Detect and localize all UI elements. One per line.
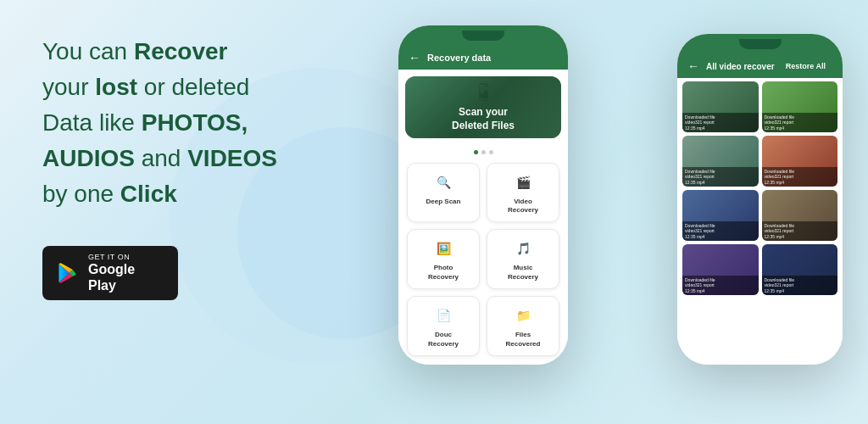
video-grid: Downloaded filevideo321 report12:35 mp4 …	[677, 78, 843, 298]
headline-normal-2: your	[42, 74, 95, 100]
files-recovered-icon: 📁	[511, 304, 535, 327]
back-arrow-right[interactable]: ←	[687, 59, 699, 73]
files-recovered-label: FilesRecovered	[506, 331, 541, 349]
deep-scan-label: Deep Scan	[426, 198, 461, 206]
headline-line1: You can Recover	[42, 34, 331, 70]
content-wrapper: You can Recover your lost or deleted Dat…	[0, 0, 868, 424]
right-section: ← Recovery data 📱 Scan your Deleted File…	[356, 0, 868, 424]
thumb-info-2: Downloaded filevideo321 report12:35 mp4	[762, 113, 838, 133]
menu-item-music-recovery[interactable]: 🎵 MusicRecovery	[487, 229, 559, 289]
thumb-info-8: Downloaded filevideo321 report12:35 mp4	[762, 276, 838, 296]
video-thumb-8[interactable]: Downloaded filevideo321 report12:35 mp4	[762, 244, 838, 295]
thumb-info-6: Downloaded filevideo321 report12:35 mp4	[762, 221, 838, 242]
headline-bold-photos: PHOTOS,	[142, 109, 248, 136]
headline-bold-click: Click	[120, 181, 177, 207]
thumb-info-1: Downloaded filevideo321 report12:35 mp4	[682, 113, 759, 133]
left-phone-header: ← Recovery data	[398, 46, 568, 70]
thumb-info-7: Downloaded filevideo321 report12:35 mp4	[682, 276, 759, 296]
thumb-text-8: Downloaded filevideo321 report12:35 mp4	[765, 277, 836, 294]
headline-line3: Data like PHOTOS,	[42, 105, 331, 141]
deep-scan-icon: 🔍	[431, 170, 455, 194]
left-phone-status	[398, 25, 568, 46]
music-recovery-label: MusicRecovery	[508, 264, 538, 282]
video-recovery-icon: 🎬	[511, 170, 535, 194]
hero-text-line2: Deleted Files	[452, 119, 515, 133]
dot-1	[474, 150, 478, 154]
phone-notch	[462, 31, 504, 41]
thumb-info-5: Downloaded filevideo321 report12:35 mp4	[682, 221, 759, 242]
headline-bold-lost: lost	[95, 74, 137, 100]
doc-recovery-icon: 📄	[431, 304, 455, 327]
video-thumb-7[interactable]: Downloaded filevideo321 report12:35 mp4	[682, 244, 759, 295]
video-thumb-5[interactable]: Downloaded filevideo321 report12:35 mp4	[682, 190, 759, 241]
thumb-text-3: Downloaded filevideo321 report12:35 mp4	[685, 169, 756, 186]
headline-normal-4: Data like	[42, 109, 142, 136]
photo-recovery-label: PhotoRecovery	[428, 264, 459, 282]
thumb-bg-6: Downloaded filevideo321 report12:35 mp4	[762, 190, 838, 241]
headline-normal-1: You can	[42, 38, 134, 64]
headline-line4: AUDIOS and VIDEOS	[42, 141, 331, 176]
video-thumb-4[interactable]: Downloaded filevideo321 report12:35 mp4	[762, 136, 838, 187]
headline: You can Recover your lost or deleted Dat…	[42, 34, 331, 212]
thumb-info-3: Downloaded filevideo321 report12:35 mp4	[682, 167, 759, 187]
thumb-text-5: Downloaded filevideo321 report12:35 mp4	[685, 223, 756, 240]
thumb-text-6: Downloaded filevideo321 report12:35 mp4	[765, 223, 836, 240]
thumb-text-4: Downloaded filevideo321 report12:35 mp4	[765, 169, 836, 186]
thumb-bg-8: Downloaded filevideo321 report12:35 mp4	[762, 244, 838, 295]
headline-normal-3: or deleted	[137, 74, 249, 100]
video-thumb-2[interactable]: Downloaded filevideo321 report12:35 mp4	[762, 81, 838, 132]
thumb-bg-5: Downloaded filevideo321 report12:35 mp4	[682, 190, 759, 241]
hero-text: Scan your Deleted Files	[452, 105, 515, 134]
menu-grid: 🔍 Deep Scan 🎬 VideoRecovery 🖼️ PhotoReco…	[398, 159, 568, 365]
google-play-icon	[56, 261, 80, 285]
dot-3	[489, 150, 493, 154]
right-phone-inner: ← All video recover Restore All Download…	[677, 34, 843, 365]
thumb-text-1: Downloaded filevideo321 report12:35 mp4	[685, 114, 756, 131]
headline-bold-audios: AUDIOS	[42, 145, 135, 171]
video-thumb-6[interactable]: Downloaded filevideo321 report12:35 mp4	[762, 190, 838, 241]
headline-bold-recover: Recover	[134, 38, 228, 64]
restore-all-button[interactable]: Restore All	[779, 59, 832, 73]
dots-indicator	[398, 145, 568, 159]
thumb-text-2: Downloaded filevideo321 report12:35 mp4	[765, 114, 836, 131]
headline-normal-6: by one	[42, 181, 120, 207]
left-phone-title: Recovery data	[427, 53, 491, 63]
right-phone: ← All video recover Restore All Download…	[677, 34, 843, 365]
badge-google-play: Google Play	[88, 261, 164, 293]
thumb-bg-4: Downloaded filevideo321 report12:35 mp4	[762, 136, 838, 187]
thumb-text-7: Downloaded filevideo321 report12:35 mp4	[685, 277, 756, 294]
hero-banner: 📱 Scan your Deleted Files	[405, 76, 561, 138]
music-recovery-icon: 🎵	[511, 237, 535, 260]
dot-2	[481, 150, 486, 154]
right-phone-notch	[739, 39, 782, 49]
menu-item-video-recovery[interactable]: 🎬 VideoRecovery	[487, 163, 559, 223]
menu-item-doc-recovery[interactable]: 📄 DoucRecovery	[407, 296, 480, 356]
header-left: ← All video recover	[687, 59, 775, 73]
headline-normal-5: and	[135, 145, 187, 171]
back-arrow-left[interactable]: ←	[409, 51, 420, 64]
headline-bold-videos: VIDEOS	[187, 145, 277, 171]
right-phone-content: Downloaded filevideo321 report12:35 mp4 …	[677, 78, 843, 365]
right-phone-title: All video recover	[706, 62, 775, 71]
thumb-bg-3: Downloaded filevideo321 report12:35 mp4	[682, 136, 759, 187]
left-section: You can Recover your lost or deleted Dat…	[0, 0, 356, 424]
headline-line2: your lost or deleted	[42, 70, 331, 105]
google-play-badge[interactable]: GET IT ON Google Play	[42, 246, 178, 300]
menu-item-deep-scan[interactable]: 🔍 Deep Scan	[407, 163, 480, 223]
hero-text-line1: Scan your	[452, 105, 515, 120]
badge-text: GET IT ON Google Play	[88, 253, 164, 293]
menu-item-files-recovered[interactable]: 📁 FilesRecovered	[487, 296, 559, 356]
left-phone: ← Recovery data 📱 Scan your Deleted File…	[398, 25, 568, 365]
thumb-bg-7: Downloaded filevideo321 report12:35 mp4	[682, 244, 759, 295]
thumb-info-4: Downloaded filevideo321 report12:35 mp4	[762, 167, 838, 187]
menu-item-photo-recovery[interactable]: 🖼️ PhotoRecovery	[407, 229, 480, 289]
video-recovery-label: VideoRecovery	[508, 198, 538, 215]
headline-line5: by one Click	[42, 176, 331, 212]
left-phone-inner: ← Recovery data 📱 Scan your Deleted File…	[398, 25, 568, 365]
right-phone-status	[677, 34, 843, 54]
thumb-bg-2: Downloaded filevideo321 report12:35 mp4	[762, 81, 838, 132]
video-thumb-3[interactable]: Downloaded filevideo321 report12:35 mp4	[682, 136, 759, 187]
badge-get-it-on: GET IT ON	[88, 253, 164, 261]
right-phone-header: ← All video recover Restore All	[677, 54, 843, 78]
video-thumb-1[interactable]: Downloaded filevideo321 report12:35 mp4	[682, 81, 759, 132]
